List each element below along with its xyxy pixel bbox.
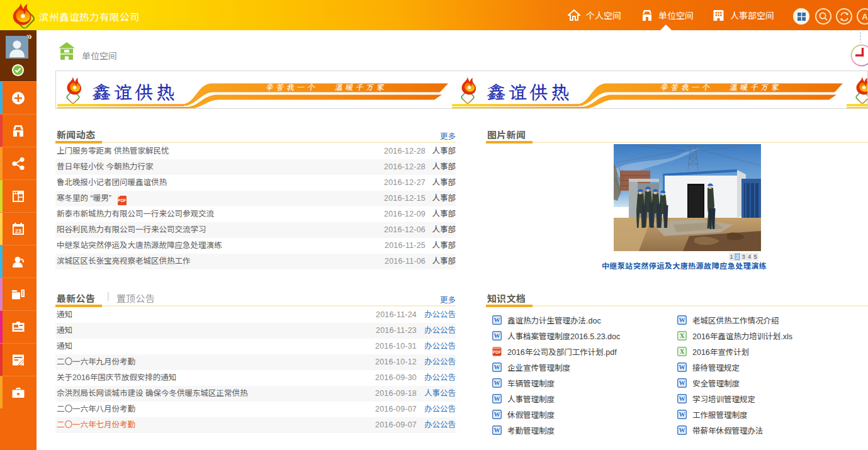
- svg-text:W: W: [494, 317, 500, 323]
- svg-text:PDF: PDF: [493, 350, 501, 354]
- svg-text:X: X: [680, 332, 685, 339]
- svg-text:W: W: [494, 395, 500, 402]
- svg-text:W: W: [679, 427, 685, 434]
- svg-text:W: W: [679, 380, 685, 386]
- svg-text:W: W: [679, 317, 685, 323]
- svg-text:X: X: [680, 348, 685, 355]
- svg-text:23: 23: [15, 228, 21, 234]
- svg-text:W: W: [494, 332, 500, 339]
- svg-text:W: W: [679, 395, 685, 402]
- svg-text:W: W: [494, 411, 500, 418]
- svg-text:W: W: [679, 364, 685, 371]
- svg-text:W: W: [494, 364, 500, 371]
- svg-text:W: W: [679, 411, 685, 418]
- svg-text:W: W: [494, 427, 500, 434]
- svg-text:W: W: [494, 380, 500, 386]
